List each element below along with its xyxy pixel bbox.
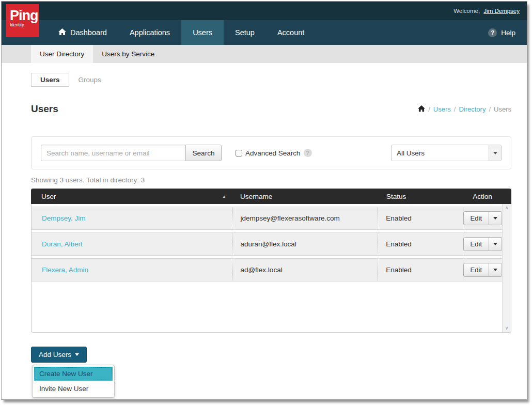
user-profile-link[interactable]: Jim Dempsey: [483, 8, 520, 14]
search-input[interactable]: [41, 145, 185, 161]
user-name-cell: Dempsey, Jim: [32, 207, 232, 229]
caret-down-icon: [493, 243, 497, 245]
edit-dropdown-toggle[interactable]: [489, 263, 502, 276]
edit-button[interactable]: Edit: [464, 238, 489, 251]
edit-dropdown-toggle[interactable]: [489, 238, 502, 251]
results-summary: Showing 3 users. Total in directory: 3: [31, 176, 517, 184]
edit-split-button[interactable]: Edit: [463, 263, 502, 277]
tab-users-by-service[interactable]: Users by Service: [93, 45, 163, 63]
user-name-cell: Flexera, Admin: [32, 259, 232, 281]
module-tab-bar: User Directory Users by Service: [2, 45, 527, 63]
table-scrollbar[interactable]: ∧ ∨: [502, 204, 511, 332]
nav-item-dashboard[interactable]: Dashboard: [47, 20, 118, 45]
table-header-row: User ▲ Username Status Action: [31, 189, 511, 204]
add-users-section: Add Users Create New User Invite New Use…: [31, 347, 517, 400]
column-header-label: User: [41, 193, 56, 200]
menu-item-invite-new-user[interactable]: Invite New User: [34, 382, 113, 396]
status-cell: Enabled: [378, 207, 462, 229]
sub-tab-bar: Users Groups: [31, 73, 517, 87]
tab-user-directory[interactable]: User Directory: [31, 45, 93, 63]
scroll-down-icon[interactable]: ∨: [505, 326, 509, 331]
breadcrumb-separator: /: [454, 105, 456, 113]
subtab-users[interactable]: Users: [31, 73, 69, 87]
add-users-menu: Create New User Invite New User: [32, 365, 115, 398]
users-table: User ▲ Username Status Action Dempsey, J…: [31, 189, 511, 333]
column-header-action: Action: [464, 193, 511, 200]
menu-item-create-new-user[interactable]: Create New User: [34, 367, 113, 381]
column-header-status[interactable]: Status: [379, 193, 464, 200]
search-group: Search: [41, 145, 222, 161]
table-row: Flexera, Admin ad@flex.local Enabled Edi…: [32, 258, 502, 282]
edit-button[interactable]: Edit: [464, 263, 489, 276]
nav-item-applications[interactable]: Applications: [118, 20, 181, 45]
logo-brand-text: Ping: [10, 9, 39, 22]
edit-split-button[interactable]: Edit: [463, 211, 502, 225]
advanced-search: Advanced Search ?: [236, 149, 312, 157]
username-cell: ad@flex.local: [232, 259, 378, 281]
status-cell: Enabled: [378, 259, 462, 281]
user-name-link[interactable]: Flexera, Admin: [42, 266, 88, 274]
user-name-link[interactable]: Dempsey, Jim: [42, 214, 86, 222]
edit-split-button[interactable]: Edit: [463, 237, 502, 251]
app-window: Welcome, Jim Dempsey Ping Identity. Dash…: [1, 1, 527, 400]
column-header-user[interactable]: User ▲: [31, 193, 232, 200]
nav-item-label: Applications: [130, 28, 170, 37]
breadcrumb-link-directory[interactable]: Directory: [459, 105, 486, 113]
home-icon[interactable]: [418, 105, 425, 114]
breadcrumb: / Users / Directory / Users: [418, 105, 511, 114]
caret-down-icon: [493, 217, 497, 220]
user-name-link[interactable]: Duran, Albert: [42, 240, 83, 248]
breadcrumb-link-users[interactable]: Users: [433, 105, 451, 113]
caret-down-icon: [75, 353, 79, 356]
select-arrow-box[interactable]: [489, 145, 501, 161]
edit-dropdown-toggle[interactable]: [489, 212, 502, 225]
breadcrumb-separator: /: [428, 105, 430, 113]
scroll-up-icon[interactable]: ∧: [505, 206, 509, 210]
action-cell: Edit: [463, 233, 502, 255]
page-content: Users Groups Users / Users / Directory /…: [2, 73, 527, 400]
welcome-text: Welcome, Jim Dempsey: [453, 8, 520, 14]
help-question-icon: ?: [488, 28, 497, 37]
user-name-cell: Duran, Albert: [32, 233, 232, 255]
help-link[interactable]: Help: [501, 29, 515, 37]
advanced-search-checkbox[interactable]: [236, 150, 242, 157]
nav-item-label: Account: [277, 28, 304, 37]
advanced-search-label[interactable]: Advanced Search: [245, 149, 301, 157]
nav-item-users[interactable]: Users: [181, 20, 224, 45]
nav-item-label: Dashboard: [70, 28, 107, 37]
nav-item-label: Setup: [235, 28, 255, 37]
home-icon: [58, 28, 66, 37]
top-bar: Welcome, Jim Dempsey: [2, 2, 527, 20]
add-users-button[interactable]: Add Users: [31, 347, 87, 363]
action-cell: Edit: [463, 207, 502, 229]
chevron-down-icon: [493, 152, 497, 154]
column-header-username[interactable]: Username: [232, 193, 379, 200]
nav-item-label: Users: [193, 28, 212, 37]
table-row: Duran, Albert aduran@flex.local Enabled …: [32, 232, 502, 256]
status-cell: Enabled: [378, 233, 462, 255]
nav-item-setup[interactable]: Setup: [224, 20, 266, 45]
username-cell: jdempsey@flexerasoftware.com: [232, 207, 378, 229]
add-users-label: Add Users: [39, 351, 71, 358]
filter-selected-value: All Users: [392, 145, 489, 161]
page-title: Users: [31, 103, 58, 115]
nav-right: ? Help: [488, 20, 527, 45]
subtab-groups[interactable]: Groups: [69, 73, 111, 87]
search-button[interactable]: Search: [185, 145, 222, 161]
help-question-icon[interactable]: ?: [304, 149, 312, 157]
edit-button[interactable]: Edit: [464, 212, 489, 225]
breadcrumb-separator: /: [489, 105, 491, 113]
breadcrumb-current: Users: [494, 105, 511, 113]
username-cell: aduran@flex.local: [232, 233, 378, 255]
caret-down-icon: [493, 269, 497, 271]
sort-ascending-icon[interactable]: ▲: [222, 194, 226, 199]
nav-item-account[interactable]: Account: [266, 20, 316, 45]
user-filter-select[interactable]: All Users: [391, 145, 502, 161]
ping-identity-logo[interactable]: Ping Identity.: [6, 4, 39, 37]
table-row: Dempsey, Jim jdempsey@flexerasoftware.co…: [32, 207, 502, 230]
nav-items: Dashboard Applications Users Setup Accou…: [47, 20, 316, 45]
action-cell: Edit: [463, 259, 502, 281]
title-row: Users / Users / Directory / Users: [31, 103, 517, 115]
welcome-label: Welcome,: [453, 8, 480, 14]
main-nav: Ping Identity. Dashboard Applications Us…: [2, 20, 527, 45]
